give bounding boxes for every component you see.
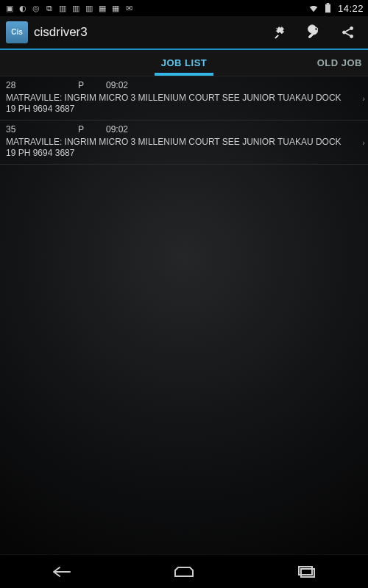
notif-icon-9: ▦ <box>110 3 121 13</box>
status-left-icons: ▣ ◐ ◎ ⧉ ▥ ▥ ▥ ▦ ▦ ✉ <box>4 3 134 13</box>
share-icon[interactable] <box>334 18 362 46</box>
action-bar: Cis cisdriver3 <box>0 16 368 50</box>
status-bar: ▣ ◐ ◎ ⧉ ▥ ▥ ▥ ▦ ▦ ✉ 14:22 <box>0 0 368 16</box>
job-time: 09:02 <box>106 124 128 135</box>
job-description: MATRAVILLE: INGRIM MICRO 3 MILLENIUM COU… <box>6 137 362 159</box>
job-row[interactable]: 28 P 09:02 MATRAVILLE: INGRIM MICRO 3 MI… <box>0 76 368 121</box>
svg-rect-0 <box>325 4 330 12</box>
notif-icon-8: ▦ <box>97 3 107 13</box>
job-row-header: 28 P 09:02 <box>6 80 362 90</box>
notif-icon-2: ◐ <box>18 3 28 13</box>
wifi-icon <box>308 3 319 13</box>
notif-icon-4: ⧉ <box>44 3 54 13</box>
notif-icon-1: ▣ <box>4 3 15 13</box>
job-description: MATRAVILLE: INGRIM MICRO 3 MILLENIUM COU… <box>6 93 362 115</box>
job-list[interactable]: 28 P 09:02 MATRAVILLE: INGRIM MICRO 3 MI… <box>0 76 368 554</box>
svg-point-2 <box>342 31 345 34</box>
tab-bar: JOB LIST OLD JOB <box>0 50 368 76</box>
job-time: 09:02 <box>106 80 128 90</box>
nav-recents-button[interactable] <box>285 561 329 583</box>
job-flag: P <box>78 80 100 90</box>
job-row-header: 35 P 09:02 <box>6 124 362 135</box>
status-clock: 14:22 <box>338 3 364 14</box>
notif-icon-10: ✉ <box>124 3 134 13</box>
system-nav-bar <box>0 554 368 588</box>
notif-icon-5: ▥ <box>57 3 68 13</box>
tab-old-job[interactable]: OLD JOB <box>307 50 368 76</box>
job-id: 28 <box>6 80 72 90</box>
notif-icon-6: ▥ <box>71 3 81 13</box>
status-right-icons: 14:22 <box>308 3 364 14</box>
app-title: cisdriver3 <box>34 25 88 40</box>
chevron-right-icon: › <box>362 94 365 103</box>
job-row[interactable]: 35 P 09:02 MATRAVILLE: INGRIM MICRO 3 MI… <box>0 121 368 165</box>
job-id: 35 <box>6 124 72 135</box>
job-flag: P <box>78 124 100 135</box>
svg-rect-1 <box>327 3 330 4</box>
nav-home-button[interactable] <box>162 561 206 583</box>
tab-job-list[interactable]: JOB LIST <box>151 57 218 68</box>
key-icon[interactable] <box>300 18 328 46</box>
tab-underline <box>155 73 213 76</box>
plug-icon[interactable] <box>266 18 294 46</box>
app-icon[interactable]: Cis <box>6 21 28 43</box>
notif-icon-7: ▥ <box>84 3 94 13</box>
notif-icon-3: ◎ <box>31 3 41 13</box>
nav-back-button[interactable] <box>39 561 83 583</box>
svg-point-4 <box>350 35 353 37</box>
chevron-right-icon: › <box>362 138 365 147</box>
svg-point-3 <box>350 26 353 29</box>
battery-icon <box>323 3 333 13</box>
